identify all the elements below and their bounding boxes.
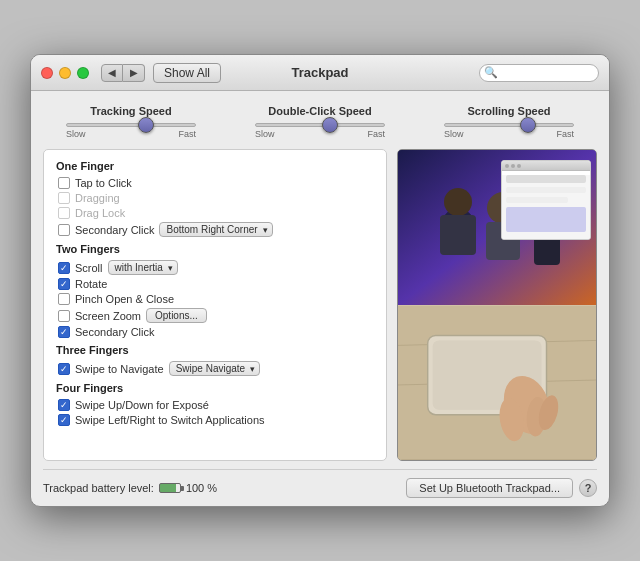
bottom-bar: Trackpad battery level: 100 % Set Up Blu… <box>31 470 609 506</box>
tracking-speed-range: Slow Fast <box>66 129 196 139</box>
browser-bar <box>502 161 590 171</box>
scrolling-speed-label: Scrolling Speed <box>467 105 550 117</box>
show-all-button[interactable]: Show All <box>153 63 221 83</box>
scrolling-speed-track[interactable] <box>444 123 574 127</box>
forward-button[interactable]: ▶ <box>123 64 145 82</box>
label-pinch: Pinch Open & Close <box>75 293 174 305</box>
tracking-speed-track[interactable] <box>66 123 196 127</box>
bottom-right: Set Up Bluetooth Trackpad... ? <box>406 478 597 498</box>
option-rotate: ✓ Rotate <box>56 278 374 290</box>
battery-info: Trackpad battery level: 100 % <box>43 482 217 494</box>
option-dragging: Dragging <box>56 192 374 204</box>
label-swipe-apps: Swipe Left/Right to Switch Applications <box>75 414 265 426</box>
label-drag-lock: Drag Lock <box>75 207 125 219</box>
checkbox-swipe-apps[interactable]: ✓ <box>58 414 70 426</box>
nav-buttons: ◀ ▶ <box>101 64 145 82</box>
trackpad-scene-svg <box>398 305 596 460</box>
label-secondary-click: Secondary Click <box>75 224 154 236</box>
option-drag-lock: Drag Lock <box>56 207 374 219</box>
section-one-finger: One Finger <box>56 160 374 172</box>
image-panel <box>397 149 597 461</box>
scrolling-fast-label: Fast <box>556 129 574 139</box>
label-dragging: Dragging <box>75 192 120 204</box>
main-content: One Finger Tap to Click Dragging Drag Lo… <box>31 149 609 461</box>
checkbox-drag-lock[interactable] <box>58 207 70 219</box>
checkbox-scroll[interactable]: ✓ <box>58 262 70 274</box>
label-swipe-expose: Swipe Up/Down for Exposé <box>75 399 209 411</box>
maximize-button[interactable] <box>77 67 89 79</box>
browser-dot-1 <box>505 164 509 168</box>
option-swipe-navigate: ✓ Swipe to Navigate Swipe Navigate <box>56 361 374 376</box>
secondary-click-dropdown[interactable]: Bottom Right Corner <box>159 222 272 237</box>
scene-image-top <box>398 150 596 305</box>
titlebar: ◀ ▶ Show All Trackpad 🔍 <box>31 55 609 91</box>
tracking-fast-label: Fast <box>178 129 196 139</box>
checkbox-pinch[interactable] <box>58 293 70 305</box>
checkbox-swipe-expose[interactable]: ✓ <box>58 399 70 411</box>
double-click-speed-rail <box>255 123 385 127</box>
swipe-navigate-dropdown[interactable]: Swipe Navigate <box>169 361 260 376</box>
double-click-slow-label: Slow <box>255 129 275 139</box>
label-screen-zoom: Screen Zoom <box>75 310 141 322</box>
tracking-speed-slider-group: Tracking Speed Slow Fast <box>51 105 211 139</box>
trackpad-window: ◀ ▶ Show All Trackpad 🔍 Tracking Speed S… <box>30 54 610 507</box>
checkbox-screen-zoom[interactable] <box>58 310 70 322</box>
label-secondary-click-2: Secondary Click <box>75 326 154 338</box>
option-scroll: ✓ Scroll with Inertia <box>56 260 374 275</box>
checkbox-tap-to-click[interactable] <box>58 177 70 189</box>
settings-panel: One Finger Tap to Click Dragging Drag Lo… <box>43 149 387 461</box>
checkbox-dragging[interactable] <box>58 192 70 204</box>
scrolling-slow-label: Slow <box>444 129 464 139</box>
back-button[interactable]: ◀ <box>101 64 123 82</box>
checkbox-swipe-navigate[interactable]: ✓ <box>58 363 70 375</box>
label-rotate: Rotate <box>75 278 107 290</box>
label-scroll: Scroll <box>75 262 103 274</box>
checkbox-secondary-click[interactable] <box>58 224 70 236</box>
close-button[interactable] <box>41 67 53 79</box>
search-icon: 🔍 <box>484 66 498 79</box>
label-swipe-navigate: Swipe to Navigate <box>75 363 164 375</box>
window-title: Trackpad <box>291 65 348 80</box>
option-secondary-click: Secondary Click Bottom Right Corner <box>56 222 374 237</box>
svg-point-2 <box>444 188 472 216</box>
screen-zoom-options-button[interactable]: Options... <box>146 308 207 323</box>
label-tap-to-click: Tap to Click <box>75 177 132 189</box>
browser-mockup <box>501 160 591 240</box>
sliders-area: Tracking Speed Slow Fast Double-Click Sp… <box>31 91 609 149</box>
browser-dot-2 <box>511 164 515 168</box>
battery-icon <box>159 483 181 493</box>
checkbox-secondary-click-2[interactable]: ✓ <box>58 326 70 338</box>
double-click-speed-range: Slow Fast <box>255 129 385 139</box>
minimize-button[interactable] <box>59 67 71 79</box>
battery-percentage: 100 % <box>186 482 217 494</box>
scrolling-speed-slider-group: Scrolling Speed Slow Fast <box>429 105 589 139</box>
bluetooth-trackpad-button[interactable]: Set Up Bluetooth Trackpad... <box>406 478 573 498</box>
svg-rect-3 <box>440 215 476 255</box>
option-swipe-expose: ✓ Swipe Up/Down for Exposé <box>56 399 374 411</box>
help-button[interactable]: ? <box>579 479 597 497</box>
option-secondary-click-2: ✓ Secondary Click <box>56 326 374 338</box>
checkbox-rotate[interactable]: ✓ <box>58 278 70 290</box>
tracking-slow-label: Slow <box>66 129 86 139</box>
option-pinch: Pinch Open & Close <box>56 293 374 305</box>
tracking-speed-label: Tracking Speed <box>90 105 171 117</box>
scrolling-speed-rail <box>444 123 574 127</box>
traffic-lights <box>41 67 89 79</box>
double-click-fast-label: Fast <box>367 129 385 139</box>
browser-content <box>502 175 590 240</box>
option-swipe-apps: ✓ Swipe Left/Right to Switch Application… <box>56 414 374 426</box>
section-three-fingers: Three Fingers <box>56 344 374 356</box>
scene-image-bottom <box>398 305 596 460</box>
double-click-speed-label: Double-Click Speed <box>268 105 371 117</box>
section-two-fingers: Two Fingers <box>56 243 374 255</box>
double-click-speed-slider-group: Double-Click Speed Slow Fast <box>240 105 400 139</box>
option-tap-to-click: Tap to Click <box>56 177 374 189</box>
search-wrapper: 🔍 <box>479 64 599 82</box>
scroll-dropdown[interactable]: with Inertia <box>108 260 178 275</box>
browser-dot-3 <box>517 164 521 168</box>
scrolling-speed-range: Slow Fast <box>444 129 574 139</box>
battery-label: Trackpad battery level: <box>43 482 154 494</box>
option-screen-zoom: Screen Zoom Options... <box>56 308 374 323</box>
section-four-fingers: Four Fingers <box>56 382 374 394</box>
double-click-speed-track[interactable] <box>255 123 385 127</box>
